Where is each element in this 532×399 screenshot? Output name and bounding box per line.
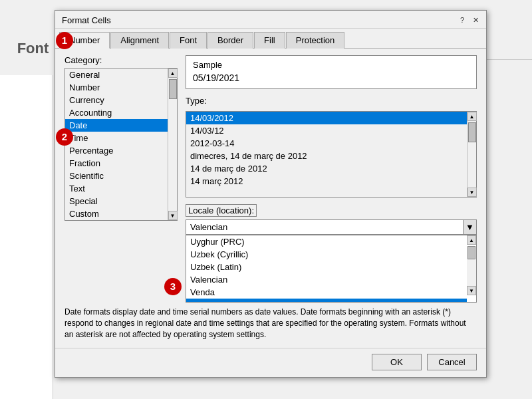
category-item-percentage[interactable]: Percentage: [65, 144, 168, 157]
close-button[interactable]: ✕: [470, 15, 481, 25]
step-3-badge: 3: [164, 278, 182, 295]
dialog-title: Format Cells: [62, 15, 111, 25]
category-scroll-thumb[interactable]: [169, 79, 177, 99]
category-item-general[interactable]: General: [65, 68, 168, 81]
type-scroll-thumb[interactable]: [468, 122, 476, 142]
category-scrollbar[interactable]: ▲ ▼: [168, 68, 177, 220]
locale-item-uzbek-latin[interactable]: Uzbek (Latin): [186, 261, 467, 273]
type-scroll-down[interactable]: ▼: [467, 188, 477, 197]
locale-dropdown-arrow[interactable]: ▼: [463, 220, 476, 234]
type-label: Type:: [186, 96, 477, 106]
sample-label: Sample: [193, 60, 469, 70]
step-1-badge: 1: [56, 32, 73, 49]
locale-section: Locale (location): Valencian ▼ Uyghur (P…: [186, 204, 477, 303]
locale-item-venda[interactable]: Venda: [186, 286, 467, 299]
type-list-content: 14/03/2012 14/03/12 2012-03-14 dimecres,…: [186, 112, 467, 197]
tab-border[interactable]: Border: [207, 32, 253, 49]
category-item-text[interactable]: Text: [65, 182, 168, 195]
locale-label: Locale (location):: [186, 204, 257, 217]
type-listbox-container: 14/03/2012 14/03/12 2012-03-14 dimecres,…: [186, 111, 477, 198]
category-item-number[interactable]: Number: [65, 81, 168, 94]
locale-item-uyghur[interactable]: Uyghur (PRC): [186, 235, 467, 248]
locale-current-display[interactable]: Valencian ▼: [186, 219, 477, 235]
category-label: Category:: [65, 55, 178, 65]
category-scroll-down[interactable]: ▼: [168, 211, 178, 220]
locale-current-value: Valencian: [186, 220, 463, 234]
locale-scroll-down[interactable]: ▼: [467, 286, 476, 295]
help-button[interactable]: ?: [457, 15, 467, 25]
tab-fill[interactable]: Fill: [254, 32, 285, 49]
locale-scroll-thumb[interactable]: [467, 246, 475, 259]
category-item-accounting[interactable]: Accounting: [65, 106, 168, 119]
description-text: Date formats display date and time seria…: [65, 307, 466, 339]
type-item-0[interactable]: 14/03/2012: [186, 112, 467, 124]
type-scroll-up[interactable]: ▲: [467, 112, 477, 121]
locale-list-wrapper: Uyghur (PRC) Uzbek (Cyrillic) Uzbek (Lat…: [186, 235, 476, 302]
category-item-currency[interactable]: Currency: [65, 94, 168, 106]
locale-item-uzbek-cyrillic[interactable]: Uzbek (Cyrillic): [186, 248, 467, 261]
locale-list-scroll: Uyghur (PRC) Uzbek (Cyrillic) Uzbek (Lat…: [186, 235, 467, 302]
type-item-3[interactable]: dimecres, 14 de març de 2012: [186, 150, 467, 162]
step-2-badge: 2: [56, 128, 73, 146]
ok-button[interactable]: OK: [372, 354, 422, 370]
title-bar-controls: ? ✕: [457, 15, 481, 25]
category-pane: Category: General Number Currency Accoun…: [65, 55, 178, 303]
type-scroll-track: [467, 121, 476, 188]
description-section: Date formats display date and time seria…: [65, 307, 477, 340]
category-item-time[interactable]: Time: [65, 132, 168, 144]
type-item-4[interactable]: 14 de març de 2012: [186, 162, 467, 175]
tab-protection[interactable]: Protection: [286, 32, 345, 49]
locale-scroll-up[interactable]: ▲: [467, 235, 476, 245]
type-item-1[interactable]: 14/03/12: [186, 124, 467, 137]
cells-background: [0, 60, 53, 399]
sample-section: Sample 05/19/2021: [186, 55, 477, 89]
type-item-5[interactable]: 14 març 2012: [186, 175, 467, 188]
locale-dropdown-container: Valencian ▼: [186, 219, 477, 235]
locale-item-vietnamese[interactable]: Vietnamese: [186, 299, 467, 302]
sample-value: 05/19/2021: [193, 72, 469, 83]
category-item-date[interactable]: Date: [65, 119, 168, 132]
locale-scroll-track: [467, 246, 476, 286]
category-item-custom[interactable]: Custom: [65, 207, 168, 220]
category-list-content: General Number Currency Accounting Date …: [65, 68, 168, 220]
category-listbox-container: General Number Currency Accounting Date …: [65, 68, 178, 221]
format-cells-dialog: Format Cells ? ✕ Number Alignment Font B…: [55, 10, 487, 378]
locale-item-valencian[interactable]: Valencian: [186, 273, 467, 286]
font-label-text: Font: [17, 40, 49, 57]
locale-open-list: Uyghur (PRC) Uzbek (Cyrillic) Uzbek (Lat…: [186, 235, 477, 303]
type-scrollbar[interactable]: ▲ ▼: [467, 112, 476, 197]
dialog-content: Category: General Number Currency Accoun…: [55, 49, 486, 348]
type-item-2[interactable]: 2012-03-14: [186, 137, 467, 150]
buttons-row: OK Cancel: [55, 348, 486, 377]
cancel-button[interactable]: Cancel: [427, 354, 477, 370]
category-scroll-up[interactable]: ▲: [168, 68, 178, 78]
tabs-bar: Number Alignment Font Border Fill Protec…: [55, 29, 486, 49]
locale-scrollbar[interactable]: ▲ ▼: [467, 235, 476, 302]
tab-font[interactable]: Font: [170, 32, 207, 49]
options-pane: Sample 05/19/2021 Type: 14/03/2012 14/03…: [186, 55, 477, 303]
category-item-fraction[interactable]: Fraction: [65, 157, 168, 170]
category-item-scientific[interactable]: Scientific: [65, 170, 168, 182]
category-scroll-track: [168, 78, 177, 211]
dialog-title-bar: Format Cells ? ✕: [55, 11, 486, 29]
main-layout: Category: General Number Currency Accoun…: [65, 55, 477, 303]
tab-alignment[interactable]: Alignment: [110, 32, 169, 49]
category-item-special[interactable]: Special: [65, 195, 168, 207]
